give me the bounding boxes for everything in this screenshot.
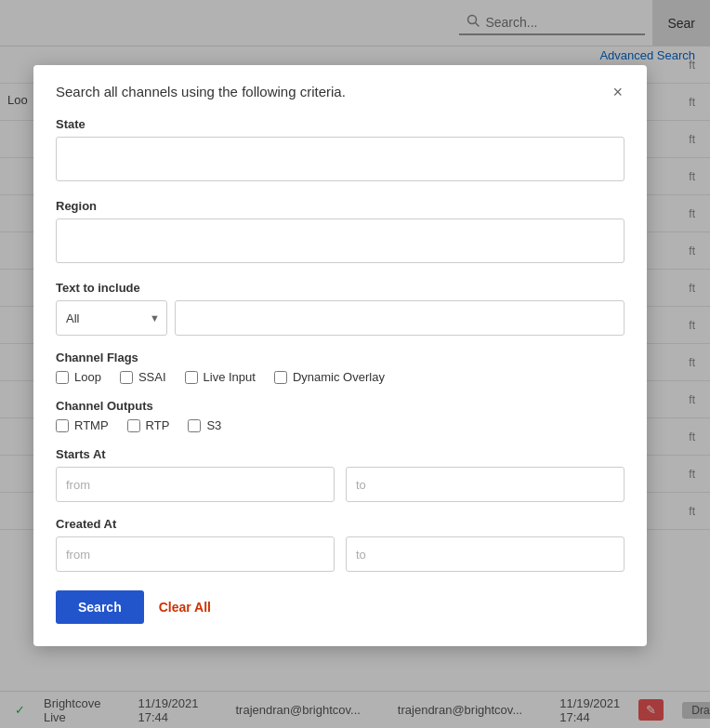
- text-include-section: Text to include All Title Description ▼: [56, 281, 625, 336]
- modal-close-button[interactable]: ×: [611, 84, 625, 100]
- text-include-label: Text to include: [56, 281, 625, 295]
- output-s3-checkbox[interactable]: [188, 419, 201, 432]
- modal-header: Search all channels using the following …: [56, 84, 625, 100]
- output-s3-label: S3: [206, 418, 221, 432]
- created-at-to-input[interactable]: [346, 536, 625, 572]
- output-rtp-checkbox[interactable]: [127, 419, 140, 432]
- channel-flags-group: Loop SSAI Live Input Dynamic Overlay: [56, 370, 625, 384]
- state-input[interactable]: [56, 137, 625, 181]
- channel-outputs-label: Channel Outputs: [56, 399, 625, 413]
- channel-outputs-section: Channel Outputs RTMP RTP S3: [56, 399, 625, 432]
- clear-all-button[interactable]: Clear All: [159, 600, 211, 615]
- output-s3[interactable]: S3: [188, 418, 221, 432]
- created-at-range: [56, 536, 625, 572]
- flag-live-input[interactable]: Live Input: [185, 370, 256, 384]
- flag-loop-label: Loop: [74, 370, 101, 384]
- modal-title: Search all channels using the following …: [56, 84, 346, 99]
- advanced-search-modal: Search all channels using the following …: [33, 65, 647, 646]
- starts-at-range: [56, 467, 625, 502]
- starts-at-to-input[interactable]: [346, 467, 625, 502]
- text-include-input[interactable]: [175, 300, 625, 336]
- region-label: Region: [56, 199, 625, 213]
- modal-footer: Search Clear All: [56, 590, 625, 624]
- search-button[interactable]: Search: [56, 590, 144, 624]
- text-include-row: All Title Description ▼: [56, 300, 625, 336]
- flag-loop[interactable]: Loop: [56, 370, 101, 384]
- flag-ssai[interactable]: SSAI: [120, 370, 166, 384]
- flag-loop-checkbox[interactable]: [56, 371, 69, 384]
- created-at-section: Created At: [56, 517, 625, 572]
- flag-live-input-checkbox[interactable]: [185, 371, 198, 384]
- created-at-label: Created At: [56, 517, 625, 531]
- output-rtmp-checkbox[interactable]: [56, 419, 69, 432]
- starts-at-from-input[interactable]: [56, 467, 335, 502]
- output-rtmp[interactable]: RTMP: [56, 418, 109, 432]
- flag-dynamic-overlay-checkbox[interactable]: [274, 371, 287, 384]
- flag-dynamic-overlay[interactable]: Dynamic Overlay: [274, 370, 385, 384]
- flag-live-input-label: Live Input: [204, 370, 256, 384]
- flag-ssai-checkbox[interactable]: [120, 371, 133, 384]
- channel-outputs-group: RTMP RTP S3: [56, 418, 625, 432]
- state-label: State: [56, 117, 625, 131]
- text-include-select-wrapper: All Title Description ▼: [56, 300, 167, 336]
- text-include-select[interactable]: All Title Description: [56, 300, 167, 336]
- output-rtp[interactable]: RTP: [127, 418, 170, 432]
- state-section: State: [56, 117, 625, 184]
- channel-flags-section: Channel Flags Loop SSAI Live Input Dynam…: [56, 351, 625, 384]
- region-section: Region: [56, 199, 625, 266]
- flag-dynamic-overlay-label: Dynamic Overlay: [293, 370, 385, 384]
- output-rtp-label: RTP: [146, 418, 170, 432]
- flag-ssai-label: SSAI: [138, 370, 166, 384]
- channel-flags-label: Channel Flags: [56, 351, 625, 364]
- created-at-from-input[interactable]: [56, 536, 335, 572]
- region-input[interactable]: [56, 218, 625, 263]
- starts-at-section: Starts At: [56, 447, 625, 502]
- output-rtmp-label: RTMP: [74, 418, 109, 432]
- starts-at-label: Starts At: [56, 447, 625, 461]
